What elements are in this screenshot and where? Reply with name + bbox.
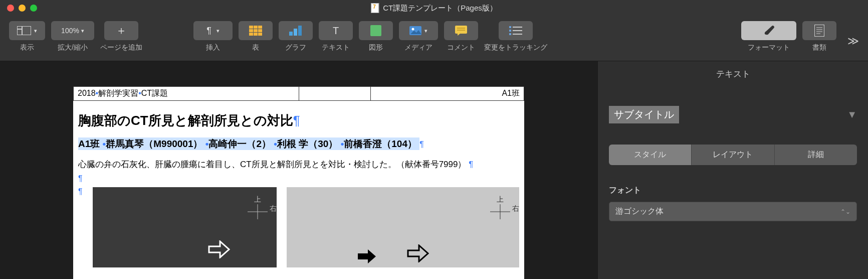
- add-page-button[interactable]: ＋: [104, 21, 138, 40]
- font-section: フォント 游ゴシック体 ⌃⌄: [598, 165, 868, 221]
- shape-group: 図形: [359, 21, 393, 52]
- svg-rect-25: [509, 33, 511, 35]
- plus-icon: ＋: [116, 23, 127, 38]
- format-button[interactable]: [741, 21, 796, 40]
- svg-rect-10: [254, 33, 258, 36]
- chart-button[interactable]: [279, 21, 313, 40]
- minimize-window-button[interactable]: [19, 5, 26, 12]
- image-placeholder-dark[interactable]: 上 右: [93, 187, 277, 267]
- chevron-down-icon: ▼: [847, 109, 857, 120]
- tab-style[interactable]: スタイル: [609, 145, 692, 165]
- chart-group: グラフ: [279, 21, 313, 52]
- image-row: ¶ 上 右 上 右: [78, 187, 519, 267]
- toolbar: ▾ 表示 100% ▾ 拡大/縮小 ＋ ページを追加 ¶ ▾ 挿入: [0, 16, 868, 61]
- chevron-down-icon: ▾: [34, 28, 37, 34]
- maximize-window-button[interactable]: [30, 5, 37, 12]
- zoom-label: 拡大/縮小: [58, 43, 88, 52]
- text-label: テキスト: [322, 43, 350, 52]
- font-family-value: 游ゴシック体: [615, 206, 664, 217]
- zoom-group: 100% ▾ 拡大/縮小: [51, 21, 94, 52]
- document-body[interactable]: 胸腹部のCT所見と解剖所見との対比¶ A1班 •群馬真琴（M990001） •高…: [73, 101, 524, 267]
- add-page-group: ＋ ページを追加: [100, 21, 142, 52]
- table-button[interactable]: [239, 21, 273, 40]
- selected-text: A1班 •群馬真琴（M990001） •高崎伸一（2） •利根 学（30） •前…: [78, 137, 419, 150]
- chevron-down-icon: ▾: [216, 28, 220, 34]
- close-window-button[interactable]: [7, 5, 14, 12]
- document-canvas[interactable]: 2018•解剖学実習•CT課題 A1班 胸腹部のCT所見と解剖所見との対比¶ A…: [0, 61, 597, 279]
- svg-rect-21: [509, 26, 511, 28]
- comment-label: コメント: [447, 43, 475, 52]
- compass-up: 上: [248, 195, 268, 204]
- format-label: フォーマット: [748, 43, 790, 52]
- tracking-group: 変更をトラッキング: [484, 21, 547, 52]
- text-button[interactable]: T: [319, 21, 353, 40]
- comment-group: コメント: [444, 21, 478, 52]
- compass-up: 上: [490, 195, 510, 204]
- main-area: 2018•解剖学実習•CT課題 A1班 胸腹部のCT所見と解剖所見との対比¶ A…: [0, 61, 868, 279]
- shape-label: 図形: [369, 43, 383, 52]
- compass-right: 右: [512, 204, 519, 213]
- tracking-button[interactable]: [499, 21, 533, 40]
- zoom-value: 100%: [61, 27, 79, 35]
- author-line[interactable]: A1班 •群馬真琴（M990001） •高崎伸一（2） •利根 学（30） •前…: [78, 137, 519, 151]
- header-mid: 解剖学実習: [98, 89, 138, 97]
- font-family-select[interactable]: 游ゴシック体 ⌃⌄: [609, 202, 857, 221]
- svg-rect-6: [249, 29, 253, 32]
- body-text: 心臓の弁の石灰化、肝臓の腫瘍に着目し、CT所見と解剖所見とを対比・検討した。（献…: [78, 160, 466, 169]
- svg-rect-13: [294, 29, 297, 36]
- insert-label: 挿入: [206, 43, 220, 52]
- arrow-right-solid-icon: [357, 248, 377, 264]
- brush-icon: [763, 25, 775, 36]
- document-label: 書類: [812, 43, 826, 52]
- insert-group: ¶ ▾ 挿入: [193, 21, 233, 52]
- table-group: 表: [239, 21, 273, 52]
- svg-rect-4: [254, 26, 258, 29]
- style-section: サブタイトル ▼: [598, 106, 868, 123]
- shape-button[interactable]: [359, 21, 393, 40]
- view-icon: [17, 26, 31, 35]
- media-button[interactable]: ▾: [399, 21, 438, 40]
- pilcrow-icon: ¶: [419, 140, 424, 149]
- comment-button[interactable]: [444, 21, 478, 40]
- window-title: CT課題テンプレート（Pages版）: [371, 3, 497, 13]
- svg-rect-0: [17, 26, 31, 35]
- svg-rect-27: [814, 25, 824, 37]
- svg-rect-5: [258, 26, 262, 29]
- pilcrow-icon: ¶: [78, 174, 519, 183]
- image-placeholder-light[interactable]: 上 右: [287, 187, 519, 267]
- page: 2018•解剖学実習•CT課題 A1班 胸腹部のCT所見と解剖所見との対比¶ A…: [73, 86, 524, 279]
- pilcrow-icon: ¶: [469, 160, 473, 169]
- document-title[interactable]: 胸腹部のCT所見と解剖所見との対比¶: [78, 112, 519, 129]
- document-button[interactable]: [802, 21, 836, 40]
- chart-label: グラフ: [285, 43, 306, 52]
- document-group: 書類: [802, 21, 836, 52]
- paragraph-style-row[interactable]: サブタイトル ▼: [609, 106, 857, 123]
- author-3: 利根 学（30）: [277, 138, 338, 149]
- tab-detail[interactable]: 詳細: [775, 145, 857, 165]
- header-right-cell[interactable]: A1班: [371, 87, 524, 101]
- font-label: フォント: [609, 185, 857, 196]
- overflow-button[interactable]: ≫: [847, 35, 859, 48]
- compass-right: 右: [270, 204, 277, 213]
- title-text: 胸腹部のCT所見と解剖所見との対比: [78, 113, 293, 128]
- table-icon: [249, 26, 262, 36]
- view-button[interactable]: ▾: [9, 21, 45, 40]
- insert-button[interactable]: ¶ ▾: [193, 21, 233, 40]
- arrow-right-outline-icon: [407, 244, 429, 262]
- svg-rect-14: [298, 26, 302, 36]
- svg-rect-8: [258, 29, 262, 32]
- author-4: 前橋香澄（104）: [344, 138, 417, 149]
- tab-layout[interactable]: レイアウト: [692, 145, 774, 165]
- table-row: 2018•解剖学実習•CT課題 A1班: [74, 87, 524, 101]
- header-left-cell[interactable]: 2018•解剖学実習•CT課題: [74, 87, 299, 101]
- pilcrow-icon: ¶: [293, 113, 300, 128]
- zoom-button[interactable]: 100% ▾: [51, 21, 94, 40]
- body-paragraph[interactable]: 心臓の弁の石灰化、肝臓の腫瘍に着目し、CT所見と解剖所見とを対比・検討した。（献…: [78, 158, 519, 171]
- shape-icon: [370, 25, 381, 36]
- dot-icon: •: [274, 138, 277, 149]
- header-center-cell[interactable]: [299, 87, 371, 101]
- author-2: 高崎伸一（2）: [208, 138, 271, 149]
- tracking-label: 変更をトラッキング: [484, 43, 547, 52]
- svg-point-17: [412, 28, 414, 31]
- table-label: 表: [252, 43, 259, 52]
